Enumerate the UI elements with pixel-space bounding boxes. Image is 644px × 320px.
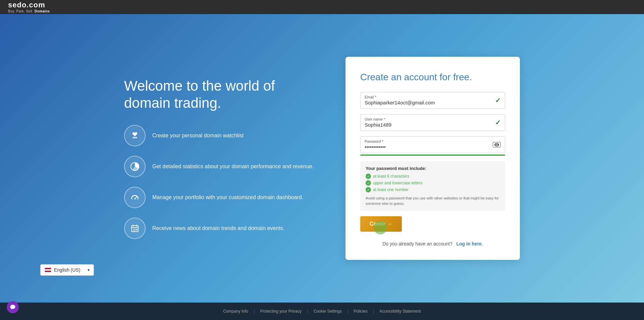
pwd-req-note: Avoid using a password that you use with… xyxy=(366,196,500,206)
login-prompt: Do you already have an account? Log in h… xyxy=(360,241,505,246)
password-input[interactable] xyxy=(365,144,491,150)
password-input-wrap: Password * xyxy=(360,136,505,153)
footer-cookies[interactable]: Cookie Settings xyxy=(308,309,347,314)
top-navigation-bar: sedo.com Buy. Park. Sell. Domains xyxy=(0,0,644,14)
continue-button[interactable]: Contir → xyxy=(360,216,402,232)
pwd-req-item-length: ✓ at least 8 characters xyxy=(366,174,500,179)
password-label: Password * xyxy=(365,139,491,143)
watchlist-icon-circle xyxy=(124,125,146,146)
check-circle-length: ✓ xyxy=(366,174,371,179)
chat-icon xyxy=(10,304,16,310)
speedometer-icon xyxy=(129,192,140,203)
logo-text: sedo.com xyxy=(8,1,50,9)
feature-news: Receive news about domain trends and dom… xyxy=(124,218,319,239)
password-strength-bar xyxy=(360,154,505,156)
pwd-req-length-text: at least 8 characters xyxy=(373,174,409,179)
check-circle-number: ✓ xyxy=(366,187,371,192)
us-flag-icon xyxy=(45,268,51,272)
footer-accessibility[interactable]: Accessibility Statement xyxy=(374,309,426,314)
feature-list: Create your personal domain watchlist Ge… xyxy=(124,125,319,239)
form-title: Create an account for free. xyxy=(360,72,505,83)
footer: Company Info | Protecting your Privacy |… xyxy=(0,303,644,320)
calendar-edit-icon xyxy=(129,223,140,234)
pwd-req-number-text: at least one number xyxy=(373,187,409,192)
news-icon-circle xyxy=(124,218,146,239)
login-link[interactable]: Log in here. xyxy=(456,241,483,246)
check-circle-case: ✓ xyxy=(366,180,371,186)
logo: sedo.com Buy. Park. Sell. Domains xyxy=(8,1,50,13)
language-label: English (US) xyxy=(54,267,80,273)
pie-chart-icon xyxy=(129,161,140,172)
already-account-text: Do you already have an account? xyxy=(382,241,452,246)
hero-title: Welcome to the world of domain trading. xyxy=(124,78,319,111)
email-label: Email * xyxy=(365,95,491,99)
feature-watchlist-text: Create your personal domain watchlist xyxy=(152,132,244,139)
feature-news-text: Receive news about domain trends and dom… xyxy=(152,225,284,232)
logo-tagline: Buy. Park. Sell. Domains xyxy=(8,9,50,13)
dashboard-icon-circle xyxy=(124,187,146,208)
svg-point-4 xyxy=(137,198,138,199)
pwd-req-title: Your password must include: xyxy=(366,166,500,171)
email-group: Email * ✓ xyxy=(360,92,505,109)
pwd-req-item-case: ✓ upper and lowercase letters xyxy=(366,180,500,186)
feature-dashboard: Manage your portfolio with your customiz… xyxy=(124,187,319,208)
password-requirements-box: Your password must include: ✓ at least 8… xyxy=(360,161,505,211)
registration-form-card: Create an account for free. Email * ✓ Us… xyxy=(345,57,520,260)
language-select-wrap[interactable]: English (US) ▾ xyxy=(40,264,94,276)
svg-point-5 xyxy=(135,195,136,196)
username-input-wrap: User name * ✓ xyxy=(360,114,505,131)
pwd-req-item-number: ✓ at least one number xyxy=(366,187,500,192)
pwd-req-case-text: upper and lowercase letters xyxy=(373,181,422,185)
button-ripple xyxy=(374,221,387,234)
username-check-icon: ✓ xyxy=(495,119,501,127)
feature-dashboard-text: Manage your portfolio with your customiz… xyxy=(152,194,303,201)
email-check-icon: ✓ xyxy=(495,96,501,104)
statistics-icon-circle xyxy=(124,156,146,177)
feature-watchlist: Create your personal domain watchlist xyxy=(124,125,319,146)
language-selector[interactable]: English (US) ▾ xyxy=(40,264,94,276)
left-panel: Welcome to the world of domain trading. … xyxy=(124,78,319,239)
svg-line-2 xyxy=(135,197,137,199)
username-group: User name * ✓ xyxy=(360,114,505,131)
footer-privacy[interactable]: Protecting your Privacy xyxy=(255,309,307,314)
chat-bubble[interactable] xyxy=(7,301,19,313)
feature-statistics-text: Get detailed statistics about your domai… xyxy=(152,163,314,170)
email-input-wrap: Email * ✓ xyxy=(360,92,505,109)
chevron-down-icon: ▾ xyxy=(88,268,90,272)
heart-hand-icon xyxy=(129,130,140,141)
username-label: User name * xyxy=(365,117,491,121)
email-input[interactable] xyxy=(365,100,491,105)
username-input[interactable] xyxy=(365,122,491,128)
footer-policies[interactable]: Policies xyxy=(348,309,373,314)
password-toggle-icon[interactable] xyxy=(493,142,501,147)
password-group: Password * xyxy=(360,136,505,156)
footer-company-info[interactable]: Company Info xyxy=(218,309,254,314)
feature-statistics: Get detailed statistics about your domai… xyxy=(124,156,319,177)
main-content: Welcome to the world of domain trading. … xyxy=(0,14,644,303)
svg-point-3 xyxy=(132,198,133,199)
